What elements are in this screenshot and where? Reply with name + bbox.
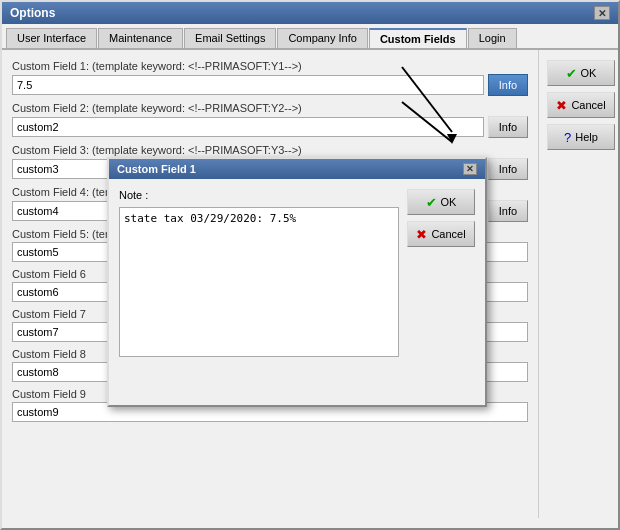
modal-titlebar: Custom Field 1 ✕ [109, 159, 485, 179]
modal-ok-button[interactable]: ✔ OK [407, 189, 475, 215]
options-window: Options ✕ User Interface Maintenance Ema… [0, 0, 620, 530]
modal-check-icon: ✔ [426, 195, 437, 210]
modal-title: Custom Field 1 [117, 163, 196, 175]
modal-close-button[interactable]: ✕ [463, 163, 477, 175]
modal-window: Custom Field 1 ✕ Note : state tax 03/29/… [107, 157, 487, 407]
modal-note-textarea[interactable]: state tax 03/29/2020: 7.5% [119, 207, 399, 357]
modal-overlay: Custom Field 1 ✕ Note : state tax 03/29/… [2, 2, 618, 528]
modal-cancel-button[interactable]: ✖ Cancel [407, 221, 475, 247]
modal-buttons: ✔ OK ✖ Cancel [407, 189, 475, 247]
modal-x-icon: ✖ [416, 227, 427, 242]
